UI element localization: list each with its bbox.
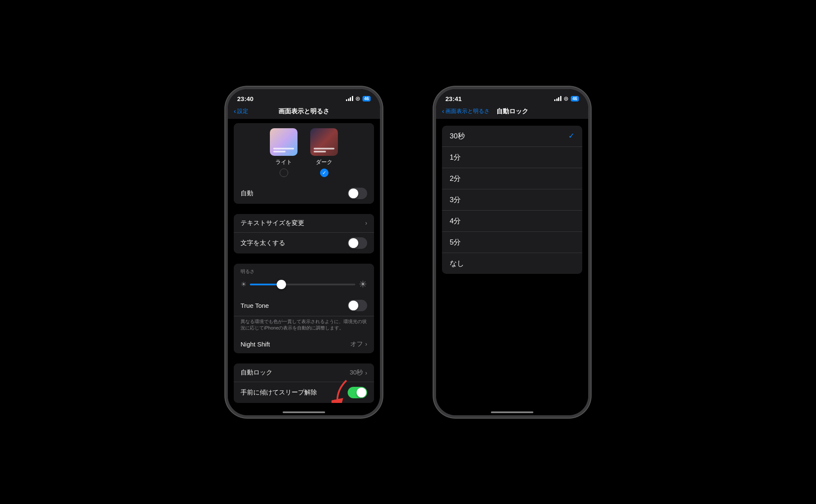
toggle-thumb xyxy=(348,238,358,248)
nav-title-2: 自動ロック xyxy=(496,107,528,115)
list-item[interactable]: 2分 xyxy=(442,168,582,189)
status-bar-2: 23:41 ⊛ 46 xyxy=(436,89,588,105)
light-label: ライト xyxy=(275,158,292,166)
brightness-row: ☀ ☀ xyxy=(234,276,374,295)
chevron-right-icon: › xyxy=(365,220,367,226)
raise-to-wake-label: 手前に傾けてスリープ解除 xyxy=(241,389,317,397)
list-item-label: 4分 xyxy=(450,216,461,226)
check-icon: ✓ xyxy=(322,170,326,176)
selected-check-icon: ✓ xyxy=(568,131,575,141)
home-indicator-2 xyxy=(436,406,588,415)
list-item-label: 1分 xyxy=(450,152,461,162)
toggle-thumb xyxy=(357,388,366,397)
bold-text-label: 文字を太くする xyxy=(241,239,285,247)
brightness-slider[interactable] xyxy=(250,284,355,285)
home-bar-2 xyxy=(491,411,533,413)
thumb-line xyxy=(314,148,334,149)
chevron-right-icon: › xyxy=(365,341,367,347)
wifi-icon-1: ⊛ xyxy=(355,95,360,102)
signal-icon-1 xyxy=(346,96,353,101)
text-size-row[interactable]: テキストサイズを変更 › xyxy=(234,214,374,233)
list-item-label: なし xyxy=(450,259,464,268)
auto-lock-row[interactable]: 自動ロック 30秒 › xyxy=(234,363,374,382)
toggle-thumb xyxy=(348,301,358,310)
night-shift-value: オフ › xyxy=(350,340,367,348)
thumb-line xyxy=(273,151,286,152)
sun-small-icon: ☀ xyxy=(241,280,246,288)
list-item-label: 30秒 xyxy=(450,131,465,141)
back-button-1[interactable]: ‹ 設定 xyxy=(234,107,248,115)
dark-option[interactable]: ダーク ✓ xyxy=(310,128,338,177)
home-indicator-1 xyxy=(228,406,380,415)
light-radio[interactable] xyxy=(280,169,288,177)
toggle-thumb xyxy=(348,189,358,198)
autolock-section: 自動ロック 30秒 › xyxy=(234,363,374,403)
back-chevron-2: ‹ xyxy=(442,107,444,115)
raise-to-wake-toggle[interactable] xyxy=(348,387,367,398)
dark-thumb-lines xyxy=(314,148,334,152)
status-time-2: 23:41 xyxy=(445,95,462,102)
list-item[interactable]: 5分 xyxy=(442,232,582,253)
brightness-section: 明るさ ☀ ☀ True Tone xyxy=(234,264,374,354)
bold-text-row[interactable]: 文字を太くする xyxy=(234,233,374,253)
bold-toggle[interactable] xyxy=(348,237,367,249)
nav-title-1: 画面表示と明るさ xyxy=(278,107,329,115)
brightness-slider-row: ☀ ☀ xyxy=(241,279,367,290)
raise-to-wake-row[interactable]: 手前に傾けてスリープ解除 xyxy=(234,382,374,403)
night-shift-label: Night Shift xyxy=(241,341,270,348)
status-bar-1: 23:40 ⊛ 46 xyxy=(228,89,380,105)
night-shift-val-text: オフ xyxy=(350,340,363,348)
list-item[interactable]: 30秒✓ xyxy=(442,126,582,147)
appearance-section: ライト ダーク ✓ xyxy=(234,123,374,204)
auto-lock-list: 30秒✓1分2分3分4分5分なし xyxy=(442,126,582,274)
true-tone-desc: 異なる環境でも色が一貫して表示されるように、環境光の状況に応じてiPhoneの表… xyxy=(234,316,374,335)
brightness-label: 明るさ xyxy=(241,269,255,274)
auto-lock-val-text: 30秒 xyxy=(350,369,363,377)
battery-badge-2: 46 xyxy=(571,96,579,101)
slider-thumb xyxy=(277,280,286,289)
appearance-picker: ライト ダーク ✓ xyxy=(234,123,374,183)
light-thumb-lines xyxy=(273,148,294,152)
night-shift-row[interactable]: Night Shift オフ › xyxy=(234,335,374,353)
true-tone-row[interactable]: True Tone xyxy=(234,295,374,316)
screen-content-1: ライト ダーク ✓ xyxy=(228,119,380,406)
list-item-label: 3分 xyxy=(450,195,461,205)
dark-label: ダーク xyxy=(316,158,332,166)
auto-lock-value: 30秒 › xyxy=(350,369,367,377)
battery-badge-1: 46 xyxy=(363,96,371,101)
list-item[interactable]: 3分 xyxy=(442,189,582,211)
home-bar-1 xyxy=(283,411,325,413)
dark-radio[interactable]: ✓ xyxy=(320,169,329,177)
auto-toggle[interactable] xyxy=(348,188,367,199)
thumb-line xyxy=(273,148,294,149)
text-section: テキストサイズを変更 › 文字を太くする xyxy=(234,214,374,253)
list-item[interactable]: なし xyxy=(442,253,582,274)
light-option[interactable]: ライト xyxy=(270,128,298,177)
dark-thumb xyxy=(310,128,338,156)
back-label-2: 画面表示と明るさ xyxy=(445,107,490,115)
phone-2: 23:41 ⊛ 46 ‹ 画面表示と明るさ 自動ロック xyxy=(434,87,591,418)
auto-lock-label: 自動ロック xyxy=(241,369,272,377)
back-chevron-1: ‹ xyxy=(234,107,236,115)
thumb-line xyxy=(314,151,326,152)
text-size-label: テキストサイズを変更 xyxy=(241,219,304,227)
back-button-2[interactable]: ‹ 画面表示と明るさ xyxy=(442,107,490,115)
list-item-label: 5分 xyxy=(450,237,461,247)
status-icons-1: ⊛ 46 xyxy=(346,95,371,102)
list-item-label: 2分 xyxy=(450,174,461,183)
list-item[interactable]: 1分 xyxy=(442,147,582,168)
nav-bar-1: ‹ 設定 画面表示と明るさ xyxy=(228,105,380,119)
true-tone-label: True Tone xyxy=(241,302,269,309)
light-thumb xyxy=(270,128,298,156)
nav-bar-2: ‹ 画面表示と明るさ 自動ロック xyxy=(436,105,588,119)
auto-row[interactable]: 自動 xyxy=(234,183,374,204)
back-label-1: 設定 xyxy=(237,107,248,115)
screen-content-2: 30秒✓1分2分3分4分5分なし xyxy=(436,119,588,406)
wifi-icon-2: ⊛ xyxy=(564,95,569,102)
status-time-1: 23:40 xyxy=(237,95,253,102)
sun-large-icon: ☀ xyxy=(359,279,367,290)
true-tone-toggle[interactable] xyxy=(348,300,367,311)
list-item[interactable]: 4分 xyxy=(442,211,582,232)
signal-icon-2 xyxy=(554,96,561,101)
phone-1: 23:40 ⊛ 46 ‹ 設定 画面表示と明るさ xyxy=(225,87,382,418)
